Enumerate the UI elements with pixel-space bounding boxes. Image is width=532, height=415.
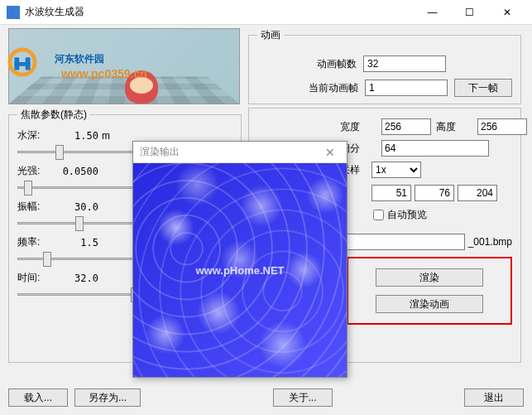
depth-value: 1.50 xyxy=(49,130,98,142)
watermark-url: www.pc0359.cn xyxy=(61,67,147,80)
maximize-button[interactable]: ☐ xyxy=(451,1,488,24)
caustic-legend: 焦散参数(静态) xyxy=(17,108,90,122)
height-label: 高度 xyxy=(436,120,472,134)
height-input[interactable] xyxy=(477,118,527,135)
frequency-label: 频率: xyxy=(17,235,49,249)
about-button[interactable]: 关于... xyxy=(273,388,333,407)
animation-legend: 动画 xyxy=(257,28,284,42)
time-label: 时间: xyxy=(17,271,49,285)
current-frame-input[interactable] xyxy=(365,80,448,96)
bottom-bar: 载入... 另存为... 关于... 退出 xyxy=(8,388,524,407)
window-controls: — ☐ ✕ xyxy=(414,1,525,24)
render-animation-button[interactable]: 渲染动画 xyxy=(376,295,483,313)
minimize-button[interactable]: — xyxy=(414,1,451,24)
intensity-label: 光强: xyxy=(17,164,49,178)
amplitude-label: 振幅: xyxy=(17,200,49,214)
site-logo-icon xyxy=(7,46,38,78)
render-output-dialog: 渲染输出 ✕ www.pHome.NET xyxy=(132,141,347,378)
rgb-r-input[interactable] xyxy=(371,185,411,201)
filename-suffix: _001.bmp xyxy=(468,236,512,248)
content: 河东软件园 www.pc0359.cn 动画 动画帧数 当前动画帧 下一帧 焦散… xyxy=(0,25,532,415)
rgb-b-input[interactable] xyxy=(458,185,497,201)
autopreview-checkbox[interactable] xyxy=(373,210,384,220)
depth-unit: m xyxy=(102,130,114,142)
load-button[interactable]: 载入... xyxy=(8,388,68,407)
dialog-close-button[interactable]: ✕ xyxy=(320,146,340,159)
depth-label: 水深: xyxy=(17,128,49,142)
render-highlight: 渲染 渲染动画 xyxy=(347,257,512,325)
dialog-title: 渲染输出 xyxy=(140,145,320,159)
window-title: 水波纹生成器 xyxy=(25,5,414,19)
subdiv-input[interactable] xyxy=(381,140,489,157)
amplitude-value: 30.0 xyxy=(49,201,98,213)
width-label: 宽度 xyxy=(340,120,376,134)
autopreview-label: 自动预览 xyxy=(387,208,427,222)
current-frame-label: 当前动画帧 xyxy=(300,81,358,95)
render-watermark: www.pHome.NET xyxy=(195,264,284,277)
render-output-image: www.pHome.NET xyxy=(133,163,347,377)
time-value: 32.0 xyxy=(49,273,98,284)
frames-input[interactable] xyxy=(363,55,446,72)
width-input[interactable] xyxy=(381,118,431,135)
site-watermark: 河东软件园 www.pc0359.cn xyxy=(25,46,147,80)
dialog-titlebar[interactable]: 渲染输出 ✕ xyxy=(133,142,347,163)
watermark-text: 河东软件园 xyxy=(55,53,104,65)
animation-group: 动画 动画帧数 当前动画帧 下一帧 xyxy=(248,28,521,104)
exit-button[interactable]: 退出 xyxy=(464,388,524,407)
saveas-button[interactable]: 另存为... xyxy=(74,388,141,407)
render-button[interactable]: 渲染 xyxy=(376,268,483,287)
app-icon xyxy=(7,6,20,19)
frequency-value: 1.5 xyxy=(49,237,98,249)
close-button[interactable]: ✕ xyxy=(488,1,525,24)
rgb-g-input[interactable] xyxy=(415,185,454,201)
titlebar: 水波纹生成器 — ☐ ✕ xyxy=(0,0,532,25)
frames-label: 动画帧数 xyxy=(299,57,357,71)
next-frame-button[interactable]: 下一帧 xyxy=(454,79,512,97)
supersample-select[interactable]: 1x xyxy=(371,162,421,178)
intensity-value: 0.0500 xyxy=(49,166,98,177)
svg-rect-3 xyxy=(15,62,31,66)
